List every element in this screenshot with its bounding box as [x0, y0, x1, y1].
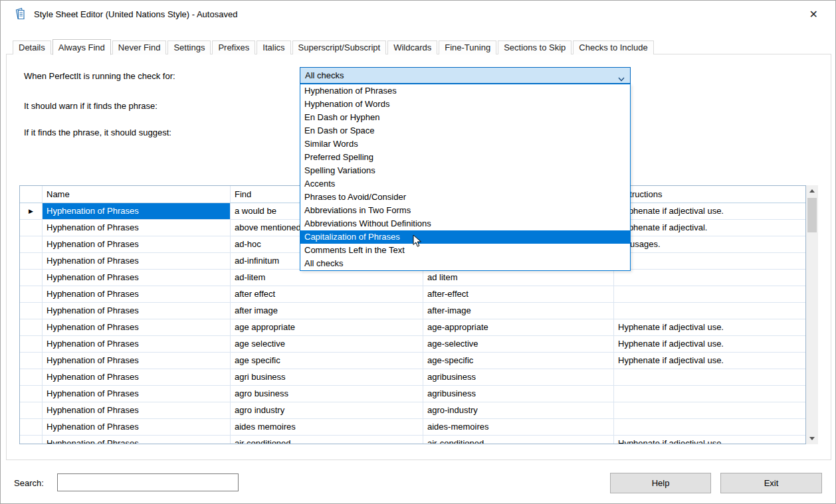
cell-name[interactable]: Hyphenation of Phrases	[43, 386, 231, 402]
tab-prefixes[interactable]: Prefixes	[212, 41, 255, 54]
dropdown-item-hyphenation-of-words[interactable]: Hyphenation of Words	[300, 98, 630, 111]
cell-find[interactable]: aides memoires	[231, 419, 423, 436]
cell-instructions[interactable]	[614, 386, 805, 402]
row-selector[interactable]	[20, 386, 43, 402]
cell-find[interactable]: ad-litem	[231, 270, 423, 286]
dropdown-item-en-dash-or-hyphen[interactable]: En Dash or Hyphen	[300, 111, 630, 124]
cell-suggest[interactable]: age-appropriate	[423, 319, 614, 336]
cell-name[interactable]: Hyphenation of Phrases	[43, 419, 231, 436]
tab-wildcards[interactable]: Wildcards	[387, 41, 437, 54]
tab-italics[interactable]: Italics	[257, 41, 290, 54]
tab-superscript-subscript[interactable]: Superscript/Subscript	[292, 41, 387, 54]
row-selector[interactable]	[20, 369, 43, 386]
scroll-up-button[interactable]	[806, 185, 818, 197]
table-row[interactable]: Hyphenation of Phrasesage appropriateage…	[20, 319, 805, 336]
cell-name[interactable]: Hyphenation of Phrases	[43, 253, 231, 270]
cell-instructions[interactable]	[614, 369, 805, 386]
table-row[interactable]: Hyphenation of Phrasesagri businessagrib…	[20, 369, 805, 386]
table-row[interactable]: Hyphenation of Phrasesaides memoiresaide…	[20, 419, 805, 436]
cell-suggest[interactable]: age-selective	[423, 336, 614, 353]
row-selector[interactable]	[20, 270, 43, 286]
row-selector[interactable]	[20, 286, 43, 303]
table-row[interactable]: Hyphenation of Phrasesagro industryagro-…	[20, 402, 805, 419]
cell-instructions[interactable]	[614, 286, 805, 303]
cell-suggest[interactable]: agribusiness	[423, 386, 614, 402]
cell-find[interactable]: age selective	[231, 336, 423, 353]
table-row[interactable]: Hyphenation of Phrasesage specificage-sp…	[20, 353, 805, 369]
cell-find[interactable]: age specific	[231, 353, 423, 369]
row-selector[interactable]	[20, 353, 43, 369]
tab-settings[interactable]: Settings	[167, 41, 211, 54]
dropdown-item-capitalization-of-phrases[interactable]: Capitalization of Phrases	[300, 230, 630, 244]
row-selector[interactable]	[20, 436, 43, 444]
cell-name[interactable]: Hyphenation of Phrases	[43, 236, 231, 253]
cell-suggest[interactable]: ad litem	[423, 270, 614, 286]
scroll-down-button[interactable]	[806, 433, 818, 444]
dropdown-item-similar-words[interactable]: Similar Words	[300, 137, 630, 151]
cell-instructions[interactable]: All usages.	[614, 236, 805, 253]
dropdown-item-en-dash-or-space[interactable]: En Dash or Space	[300, 124, 630, 137]
cell-find[interactable]: agro industry	[231, 402, 423, 419]
cell-find[interactable]: after image	[231, 303, 423, 319]
cell-suggest[interactable]: after-effect	[423, 286, 614, 303]
cell-name[interactable]: Hyphenation of Phrases	[43, 286, 231, 303]
tab-sections-to-skip[interactable]: Sections to Skip	[498, 41, 572, 54]
cell-suggest[interactable]: after-image	[423, 303, 614, 319]
cell-instructions[interactable]: Hyphenate if adjectival use.	[614, 203, 805, 220]
row-selector[interactable]	[20, 220, 43, 236]
dropdown-item-abbreviations-without-definitions[interactable]: Abbreviations Without Definitions	[300, 217, 630, 230]
cell-name[interactable]: Hyphenation of Phrases	[43, 353, 231, 369]
table-row[interactable]: Hyphenation of Phrasesad-litemad litem	[20, 270, 805, 286]
cell-find[interactable]: after effect	[231, 286, 423, 303]
cell-instructions[interactable]	[614, 270, 805, 286]
row-selector[interactable]	[20, 419, 43, 436]
dropdown-item-abbreviations-in-two-forms[interactable]: Abbreviations in Two Forms	[300, 204, 630, 217]
cell-instructions[interactable]: Hyphenate if adjectival use.	[614, 336, 805, 353]
row-selector[interactable]	[20, 319, 43, 336]
search-input[interactable]	[57, 473, 239, 491]
cell-name[interactable]: Hyphenation of Phrases	[43, 319, 231, 336]
dropdown-item-hyphenation-of-phrases[interactable]: Hyphenation of Phrases	[300, 84, 630, 98]
scrollbar-thumb[interactable]	[807, 198, 817, 232]
cell-instructions[interactable]: Hyphenate if adjectival.	[614, 220, 805, 236]
tab-always-find[interactable]: Always Find	[52, 39, 111, 55]
cell-instructions[interactable]	[614, 402, 805, 419]
tab-details[interactable]: Details	[13, 41, 51, 54]
dropdown-item-preferred-spelling[interactable]: Preferred Spelling	[300, 151, 630, 164]
cell-instructions[interactable]	[614, 253, 805, 270]
vertical-scrollbar[interactable]	[806, 185, 818, 444]
header-instructions[interactable]: Instructions	[614, 186, 805, 203]
cell-suggest[interactable]: agro-industry	[423, 402, 614, 419]
cell-find[interactable]: age appropriate	[231, 319, 423, 336]
cell-instructions[interactable]: Hyphenate if adjectival use.	[614, 319, 805, 336]
check-dropdown[interactable]: All checks	[300, 67, 631, 84]
row-selector[interactable]	[20, 253, 43, 270]
cell-name[interactable]: Hyphenation of Phrases	[43, 336, 231, 353]
row-selector[interactable]	[20, 236, 43, 253]
cell-instructions[interactable]	[614, 303, 805, 319]
cell-name[interactable]: Hyphenation of Phrases	[43, 220, 231, 236]
table-row[interactable]: Hyphenation of Phrasesafter imageafter-i…	[20, 303, 805, 319]
dropdown-item-comments-left-in-the-text[interactable]: Comments Left in the Text	[300, 244, 630, 257]
exit-button[interactable]: Exit	[720, 473, 822, 493]
cell-name[interactable]: Hyphenation of Phrases	[43, 436, 231, 444]
cell-name[interactable]: Hyphenation of Phrases	[43, 369, 231, 386]
tab-never-find[interactable]: Never Find	[112, 41, 167, 54]
cell-find[interactable]: air conditioned	[231, 436, 423, 444]
table-row[interactable]: Hyphenation of Phrasesagro businessagrib…	[20, 386, 805, 402]
cell-name[interactable]: Hyphenation of Phrases	[43, 402, 231, 419]
row-selector[interactable]: ▶	[20, 203, 43, 220]
chevron-down-icon[interactable]	[618, 74, 625, 84]
dropdown-item-accents[interactable]: Accents	[300, 177, 630, 191]
row-selector[interactable]	[20, 402, 43, 419]
cell-instructions[interactable]	[614, 419, 805, 436]
cell-name[interactable]: Hyphenation of Phrases	[43, 203, 231, 220]
row-selector[interactable]	[20, 303, 43, 319]
header-name[interactable]: Name	[43, 186, 231, 203]
help-button[interactable]: Help	[610, 473, 711, 493]
dropdown-item-phrases-to-avoid-consider[interactable]: Phrases to Avoid/Consider	[300, 191, 630, 204]
dropdown-item-spelling-variations[interactable]: Spelling Variations	[300, 164, 630, 177]
cell-instructions[interactable]: Hyphenate if adjectival use.	[614, 436, 805, 444]
cell-find[interactable]: agro business	[231, 386, 423, 402]
tab-checks-to-include[interactable]: Checks to Include	[573, 41, 653, 54]
